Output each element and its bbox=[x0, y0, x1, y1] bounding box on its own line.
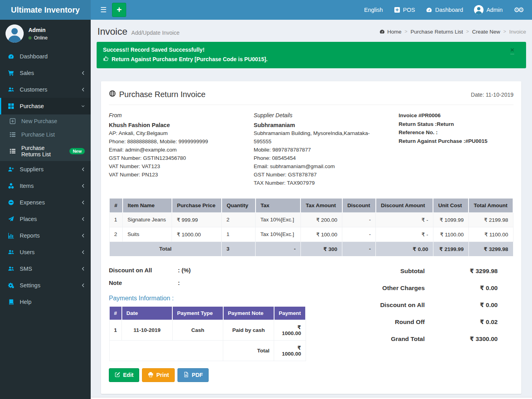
app-brand[interactable]: Ultimate Inventory bbox=[0, 0, 91, 20]
menu-label: Reports bbox=[20, 232, 40, 239]
language-menu[interactable]: English bbox=[358, 0, 388, 20]
quick-add-button[interactable]: + bbox=[112, 3, 126, 17]
user-avatar-icon bbox=[474, 5, 483, 15]
pdf-button[interactable]: PDF bbox=[177, 368, 209, 382]
sidebar-item-new-purchase[interactable]: New Purchase bbox=[0, 114, 91, 128]
chevron-left-icon bbox=[81, 217, 85, 221]
menu-label: Suppliers bbox=[20, 166, 43, 172]
discount-on-all-value: : (%) bbox=[178, 267, 191, 273]
sidebar-item-settings[interactable]: Settings bbox=[0, 277, 91, 294]
discount-on-all-label: Discount on All bbox=[109, 267, 178, 273]
sidebar-item-purchase-list[interactable]: Purchase List bbox=[0, 128, 91, 141]
sidebar-avatar[interactable] bbox=[6, 24, 24, 43]
menu-label: Dashboard bbox=[20, 53, 48, 60]
payments-table-header: # Date Payment Type Payment Note Payment bbox=[109, 307, 306, 320]
users-icon bbox=[7, 86, 15, 93]
sidebar-user-status[interactable]: Online bbox=[28, 35, 48, 41]
menu-label: Items bbox=[20, 183, 34, 189]
page-footer: Copyright © 2019 All rights reserved. Ul… bbox=[91, 397, 532, 399]
top-navbar: Ultimate Inventory ☰ + English POS Dashb… bbox=[0, 0, 532, 20]
sidebar-item-customers[interactable]: Customers bbox=[0, 81, 91, 98]
sidebar-item-suppliers[interactable]: Suppliers bbox=[0, 161, 91, 178]
sidebar-item-users[interactable]: Users bbox=[0, 244, 91, 260]
chevron-left-icon bbox=[81, 266, 85, 271]
page-title: Invoice Add/Update Invoice bbox=[97, 26, 179, 37]
menu-label: Sales bbox=[20, 70, 34, 76]
sidebar-item-reports[interactable]: Reports bbox=[0, 227, 91, 244]
sidebar-item-expenses[interactable]: Expenses bbox=[0, 194, 91, 211]
page-subtitle: Add/Update Invoice bbox=[131, 30, 179, 36]
menu-label: Settings bbox=[20, 282, 40, 288]
breadcrumb-create-new[interactable]: Create New bbox=[472, 29, 500, 35]
pos-link[interactable]: POS bbox=[388, 0, 421, 20]
item-row: 2 Suits ₹ 1000.00 1 Tax 10%[Exc.] ₹ 100.… bbox=[109, 227, 513, 242]
invoice-date: Date: 11-10-2019 bbox=[471, 92, 513, 98]
list-icon bbox=[9, 131, 17, 138]
from-block: From Khush Fashion Palace AP: Ankali, Ci… bbox=[109, 111, 254, 187]
sidebar-item-sms[interactable]: SMS bbox=[0, 260, 91, 277]
payments-total-row: Total ₹ 1000.00 bbox=[109, 340, 306, 361]
payments-heading: Payments Information : bbox=[109, 295, 331, 302]
chevron-left-icon bbox=[81, 250, 85, 255]
invoice-title: Purchase Return Invoice bbox=[109, 90, 205, 99]
gear-icon: ⚙⚙ bbox=[514, 6, 523, 14]
dashboard-label: Dashboard bbox=[435, 7, 463, 13]
chevron-left-icon bbox=[81, 233, 85, 238]
thumbs-up-icon bbox=[103, 56, 109, 63]
sidebar-item-dashboard[interactable]: Dashboard bbox=[0, 48, 91, 65]
dashboard-gauge-icon bbox=[7, 53, 15, 60]
book-icon bbox=[7, 299, 15, 305]
settings-gears-button[interactable]: ⚙⚙ bbox=[508, 0, 528, 20]
return-status: Return Status :Return bbox=[399, 120, 513, 129]
edit-button[interactable]: Edit bbox=[109, 368, 139, 382]
menu-label: Purchase Returns List bbox=[21, 145, 65, 157]
menu-label: Purchase List bbox=[21, 131, 55, 138]
plus-square-outline-icon bbox=[9, 118, 17, 124]
subtotal-row: Subtotal ₹ 3299.98 bbox=[331, 268, 498, 275]
new-badge: New bbox=[69, 148, 85, 154]
printer-icon bbox=[148, 372, 153, 378]
supplier-block: Supplier Details Subhramaniam Subhramani… bbox=[254, 111, 398, 187]
chevron-left-icon bbox=[81, 200, 85, 205]
supplier-heading: Supplier Details bbox=[254, 111, 386, 120]
sidebar-toggle-button[interactable]: ☰ bbox=[95, 0, 112, 20]
sidebar-item-sales[interactable]: Sales bbox=[0, 65, 91, 81]
breadcrumb-purchase-returns-list[interactable]: Purchase Returns List bbox=[411, 29, 463, 35]
purchase-submenu: New Purchase Purchase List Purchase Retu… bbox=[0, 114, 91, 161]
sidebar-item-places[interactable]: Places bbox=[0, 211, 91, 227]
breadcrumb-home[interactable]: Home bbox=[379, 29, 401, 35]
file-pdf-icon bbox=[183, 372, 189, 378]
menu-label: New Purchase bbox=[21, 118, 57, 124]
note-row: Note : bbox=[109, 279, 331, 286]
grand-total-row: Grand Total ₹ 3300.00 bbox=[331, 335, 498, 343]
chevron-down-icon bbox=[81, 104, 85, 109]
sidebar-item-items[interactable]: Items bbox=[0, 178, 91, 194]
sidebar-item-purchase[interactable]: Purchase bbox=[0, 98, 91, 114]
pos-label: POS bbox=[403, 7, 415, 13]
payment-row: 1 11-10-2019 Cash Paid by cash ₹ 1000.00 bbox=[109, 320, 306, 340]
success-alert: Success!! Record Saved Successfully! Ret… bbox=[97, 42, 526, 68]
chevron-left-icon bbox=[81, 184, 85, 188]
sidebar-item-help[interactable]: Help bbox=[0, 294, 91, 310]
navbar-menu: English POS Dashboard Admin ⚙⚙ bbox=[358, 0, 528, 20]
from-heading: From bbox=[109, 111, 242, 120]
payments-table: # Date Payment Type Payment Note Payment… bbox=[109, 307, 306, 361]
sidebar-item-purchase-returns-list[interactable]: Purchase Returns List New bbox=[0, 141, 91, 161]
items-total-row: Total 3 - ₹ 300 - ₹ 0.00 ₹ 2199.99 ₹ 329… bbox=[109, 242, 513, 256]
invoice-card: Purchase Return Invoice Date: 11-10-2019… bbox=[101, 81, 521, 394]
print-button[interactable]: Print bbox=[142, 368, 175, 382]
cubes-icon bbox=[7, 183, 15, 189]
alert-close-button[interactable]: × bbox=[510, 47, 514, 54]
list-icon bbox=[9, 148, 17, 154]
user-menu[interactable]: Admin bbox=[469, 0, 508, 20]
menu-label: Help bbox=[20, 299, 32, 305]
users-icon bbox=[7, 266, 15, 272]
from-name: Khush Fashion Palace bbox=[109, 121, 242, 129]
sidebar-user-name: Admin bbox=[28, 27, 48, 33]
items-table-header: # Item Name Purchase Price Quantity Tax … bbox=[109, 199, 513, 213]
minus-circle-icon bbox=[7, 199, 15, 206]
dashboard-link[interactable]: Dashboard bbox=[420, 0, 469, 20]
cart-icon bbox=[7, 70, 15, 76]
dashboard-gauge-icon bbox=[426, 7, 432, 13]
menu-label: Places bbox=[20, 216, 37, 222]
